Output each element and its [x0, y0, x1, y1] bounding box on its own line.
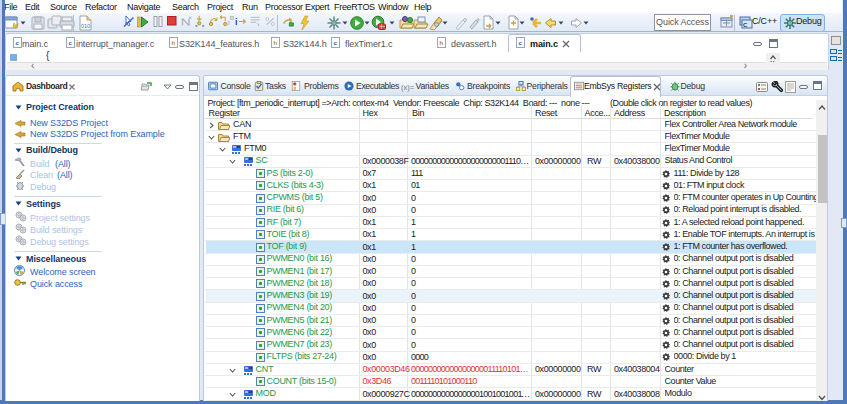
svg-text:010: 010 — [81, 23, 90, 29]
svg-text:C: C — [743, 22, 748, 28]
svg-text:(x)=: (x)= — [401, 83, 415, 92]
svg-text:i: i — [235, 17, 237, 27]
